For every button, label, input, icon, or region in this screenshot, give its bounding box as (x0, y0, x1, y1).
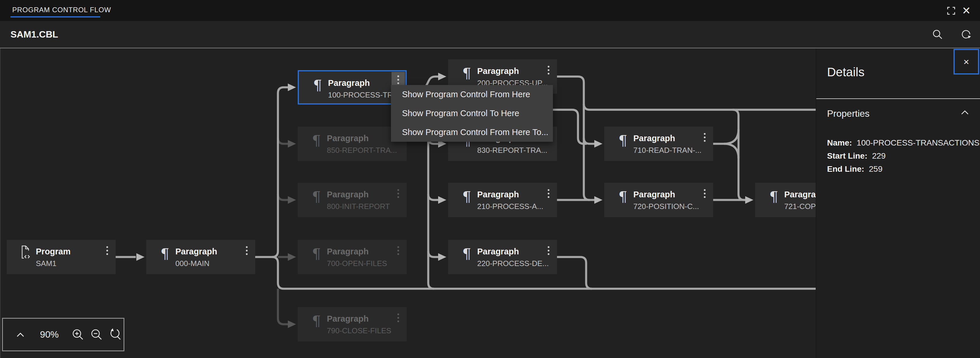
active-tab-underline (11, 16, 100, 17)
properties-section-header[interactable]: Properties (827, 108, 870, 119)
overflow-menu-icon[interactable] (548, 246, 549, 255)
node-subtitle: 790-CLOSE-FILES (327, 326, 391, 335)
node-subtitle: 000-MAIN (175, 259, 217, 268)
maximize-button[interactable] (945, 5, 957, 17)
chevron-up-icon (961, 110, 969, 115)
window-titlebar: PROGRAM CONTROL FLOW ✕ (0, 0, 980, 21)
tab-label: PROGRAM CONTROL FLOW (12, 6, 111, 14)
properties-list: Name:100-PROCESS-TRANSACTIONS Start Line… (827, 136, 979, 176)
flow-node-para-800[interactable]: ¶Paragraph800-INIT-REPORT (298, 183, 407, 217)
node-title: Paragraph (327, 190, 390, 200)
paragraph-icon: ¶ (459, 188, 474, 208)
flow-node-para-100[interactable]: ¶Paragraph100-PROCESS-TR... (298, 70, 407, 105)
node-title: Paragraph (328, 78, 399, 88)
close-icon: ✕ (962, 6, 970, 16)
overflow-menu-icon[interactable] (397, 189, 399, 198)
overflow-menu-icon[interactable] (397, 246, 399, 255)
node-text: Paragraph720-POSITION-C... (633, 190, 699, 211)
paragraph-icon: ¶ (459, 65, 474, 85)
flow-node-para-721[interactable]: ¶Paragraph721-COPY-R (755, 183, 816, 217)
node-subtitle: 220-PROCESS-DE... (477, 259, 549, 268)
zoom-level: 90% (35, 329, 63, 340)
node-subtitle: 100-PROCESS-TR... (328, 90, 399, 100)
menu-item-show-to-here[interactable]: Show Program Control To Here (391, 104, 553, 123)
zoom-out-button[interactable] (89, 328, 105, 341)
property-value: 229 (872, 151, 886, 160)
reset-zoom-button[interactable] (108, 328, 124, 341)
flow-node-para-710[interactable]: ¶Paragraph710-READ-TRAN-... (604, 127, 713, 161)
node-title: Paragraph (633, 134, 702, 143)
menu-item-show-from-here[interactable]: Show Program Control From Here (391, 85, 553, 104)
node-title: Paragraph (175, 247, 217, 257)
details-panel: × Details Properties Name:100-PROCESS-TR… (816, 48, 980, 358)
menu-item-show-from-here-to[interactable]: Show Program Control From Here To... (391, 123, 553, 142)
node-title: Paragraph (327, 314, 391, 324)
properties-collapse-button[interactable] (961, 110, 969, 115)
zoom-in-icon (72, 328, 85, 341)
flow-node-para-220[interactable]: ¶Paragraph220-PROCESS-DE... (448, 240, 557, 274)
flow-node-para-790[interactable]: ¶Paragraph790-CLOSE-FILES (298, 307, 407, 341)
flow-node-para-000-main[interactable]: ¶Paragraph000-MAIN (146, 240, 255, 274)
maximize-icon (947, 6, 956, 15)
refresh-button[interactable] (960, 29, 972, 40)
search-icon (932, 29, 943, 40)
node-text: Paragraph000-MAIN (175, 247, 217, 268)
flow-node-para-850[interactable]: ¶Paragraph850-REPORT-TRA... (298, 127, 407, 161)
flow-node-para-700[interactable]: ¶Paragraph700-OPEN-FILES (298, 240, 407, 274)
node-subtitle: 721-COPY-R (784, 202, 816, 211)
node-title: Paragraph (784, 190, 816, 200)
node-title: Paragraph (477, 67, 548, 76)
property-label: Start Line: (827, 151, 867, 160)
reset-zoom-icon (109, 328, 123, 341)
paragraph-icon: ¶ (309, 188, 324, 208)
file-title: SAM1.CBL (11, 21, 58, 48)
zoom-out-icon (90, 328, 103, 341)
paragraph-icon: ¶ (309, 245, 324, 265)
refresh-icon (960, 29, 972, 40)
paragraph-icon: ¶ (459, 245, 474, 265)
node-text: Paragraph100-PROCESS-TR... (328, 78, 399, 100)
flow-node-para-720[interactable]: ¶Paragraph720-POSITION-C... (604, 183, 713, 217)
flow-node-para-210[interactable]: ¶Paragraph210-PROCESS-A... (448, 183, 557, 217)
overflow-menu-icon[interactable] (704, 133, 706, 142)
program-icon (18, 245, 33, 265)
node-subtitle: 850-REPORT-TRA... (327, 146, 397, 155)
close-window-button[interactable]: ✕ (960, 5, 972, 17)
node-text: Paragraph210-PROCESS-A... (477, 190, 543, 211)
overflow-menu-icon[interactable] (107, 246, 108, 255)
node-title: Paragraph (327, 134, 397, 143)
property-end-line: End Line:259 (827, 162, 979, 176)
collapse-zoom-button[interactable] (13, 332, 27, 337)
property-name: Name:100-PROCESS-TRANSACTIONS (827, 136, 979, 149)
node-subtitle: 710-READ-TRAN-... (633, 146, 702, 155)
node-title: Paragraph (477, 247, 549, 257)
overflow-menu-icon[interactable] (548, 66, 549, 74)
node-text: Paragraph790-CLOSE-FILES (327, 314, 391, 335)
node-title: Paragraph (327, 247, 387, 257)
paragraph-icon: ¶ (309, 312, 324, 333)
search-button[interactable] (932, 29, 943, 40)
node-text: Paragraph800-INIT-REPORT (327, 190, 390, 211)
details-title: Details (827, 65, 864, 79)
node-subtitle: 830-REPORT-TRA... (477, 146, 547, 155)
flow-node-program-sam1[interactable]: ProgramSAM1 (7, 240, 116, 274)
details-close-button[interactable]: × (953, 49, 979, 74)
flow-canvas[interactable]: ProgramSAM1¶Paragraph000-MAIN¶Paragraph1… (0, 48, 816, 358)
node-subtitle: 700-OPEN-FILES (327, 259, 387, 268)
node-text: Paragraph850-REPORT-TRA... (327, 134, 397, 155)
details-divider (816, 98, 980, 99)
overflow-menu-icon[interactable] (397, 314, 399, 322)
node-text: Paragraph700-OPEN-FILES (327, 247, 387, 268)
overflow-menu-icon[interactable] (704, 189, 706, 198)
overflow-menu-icon[interactable] (548, 189, 549, 198)
node-subtitle: 720-POSITION-C... (633, 202, 699, 211)
paragraph-icon: ¶ (615, 188, 630, 208)
zoom-in-button[interactable] (70, 328, 86, 341)
node-text: Paragraph721-COPY-R (784, 190, 816, 211)
zoom-controls: 90% (2, 318, 124, 351)
overflow-menu-icon[interactable] (246, 246, 248, 255)
paragraph-icon: ¶ (309, 132, 324, 152)
property-label: Name: (827, 138, 852, 147)
close-icon: × (963, 56, 969, 68)
overflow-menu-icon[interactable] (397, 75, 399, 84)
